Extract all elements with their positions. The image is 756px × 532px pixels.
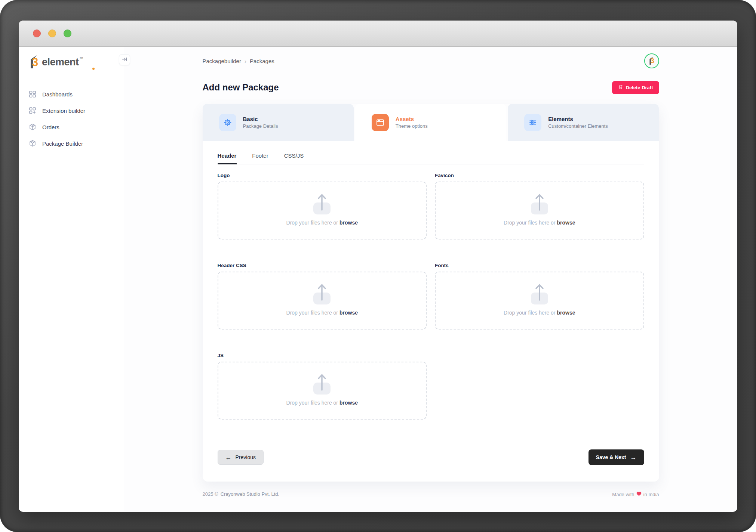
copyright-text: 2025 ©Crayonweb Studio Pvt. Ltd.	[203, 491, 280, 497]
breadcrumb: Packagebuilder › Packages	[203, 58, 274, 64]
field-label: JS	[218, 353, 427, 358]
upload-icon	[531, 284, 548, 304]
window-titlebar	[19, 21, 737, 47]
close-window-button[interactable]	[33, 30, 41, 37]
upload-field-fonts: Fonts Drop your files here or browse	[435, 263, 644, 330]
package-icon	[28, 123, 37, 131]
brand-name: element	[42, 56, 79, 68]
tab-css-js[interactable]: CSS/JS	[284, 152, 304, 164]
arrow-left-icon: ←	[225, 454, 232, 461]
brand-logo-mark-icon: 3	[28, 55, 40, 70]
browse-link[interactable]: browse	[339, 400, 358, 406]
save-next-button[interactable]: Save & Next →	[588, 449, 644, 465]
previous-button[interactable]: ← Previous	[218, 450, 264, 465]
user-avatar[interactable]: 3	[644, 53, 659, 68]
delete-draft-button[interactable]: Delete Draft	[612, 81, 659, 94]
field-label: Logo	[218, 173, 427, 178]
step-assets[interactable]: Assets Theme options	[355, 104, 506, 141]
company-link[interactable]: Crayonweb Studio Pvt. Ltd.	[221, 491, 280, 497]
grid-plus-icon	[28, 107, 37, 114]
trash-icon	[618, 84, 623, 91]
arrow-right-icon: →	[630, 454, 637, 461]
fonts-dropzone[interactable]: Drop your files here or browse	[435, 272, 644, 330]
browse-link[interactable]: browse	[557, 310, 575, 316]
upload-field-favicon: Favicon Drop your files here or browse	[435, 173, 644, 239]
upload-field-header-css: Header CSS Drop your files here or brows…	[218, 263, 427, 330]
app-root: 3 element ™ Dashboards	[19, 47, 737, 511]
sidebar-nav: Dashboards Extension builder Orders	[28, 88, 124, 150]
tab-header[interactable]: Header	[218, 152, 237, 164]
logo-dropzone[interactable]: Drop your files here or browse	[218, 182, 427, 239]
upload-field-js: JS Drop your files here or browse	[218, 353, 427, 420]
brand-logo[interactable]: 3 element ™	[28, 54, 124, 72]
made-with-text: Made with in India	[612, 491, 659, 497]
sidebar-item-orders[interactable]: Orders	[28, 121, 124, 133]
sidebar-item-extension-builder[interactable]: Extension builder	[28, 104, 124, 117]
tab-footer[interactable]: Footer	[252, 152, 268, 164]
asset-tabs: Header Footer CSS/JS	[218, 152, 644, 164]
step-elements[interactable]: Elements Custom/container Elements	[508, 104, 659, 141]
breadcrumb-packages[interactable]: Packages	[250, 58, 274, 64]
favicon-dropzone[interactable]: Drop your files here or browse	[435, 182, 644, 239]
assets-card: Header Footer CSS/JS Logo	[203, 141, 659, 482]
gear-icon	[219, 114, 236, 131]
page-footer: 2025 ©Crayonweb Studio Pvt. Ltd. Made wi…	[203, 491, 659, 497]
browse-link[interactable]: browse	[339, 310, 358, 316]
monitor-bezel: 3 element ™ Dashboards	[0, 0, 756, 532]
browse-link[interactable]: browse	[339, 220, 358, 226]
header-css-dropzone[interactable]: Drop your files here or browse	[218, 272, 427, 330]
browser-icon	[372, 114, 389, 131]
brand-orange-dot	[92, 68, 95, 70]
upload-field-logo: Logo Drop your files here or browse	[218, 173, 427, 239]
brand-trademark: ™	[80, 56, 83, 61]
sidebar-collapse-button[interactable]	[119, 54, 130, 65]
collapse-arrow-icon	[122, 56, 128, 64]
upload-grid: Logo Drop your files here or browse	[218, 173, 644, 420]
main-area: Packagebuilder › Packages 3 Add new	[124, 47, 737, 511]
grid-icon	[28, 90, 37, 98]
breadcrumb-separator-icon: ›	[245, 58, 246, 64]
upload-icon	[313, 284, 331, 304]
js-dropzone[interactable]: Drop your files here or browse	[218, 362, 427, 420]
breadcrumb-packagebuilder[interactable]: Packagebuilder	[203, 58, 241, 64]
upload-icon	[313, 194, 331, 214]
wizard-steps: Basic Package Details Assets	[203, 104, 659, 141]
upload-icon	[313, 374, 331, 395]
avatar-logo-icon: 3	[648, 56, 655, 66]
browser-window: 3 element ™ Dashboards	[19, 21, 737, 512]
sliders-icon	[524, 114, 541, 131]
field-label: Header CSS	[218, 263, 427, 268]
sidebar: 3 element ™ Dashboards	[19, 47, 124, 511]
package-icon	[28, 140, 37, 147]
sidebar-item-dashboards[interactable]: Dashboards	[28, 88, 124, 100]
field-label: Favicon	[435, 173, 644, 178]
maximize-window-button[interactable]	[64, 30, 71, 37]
upload-icon	[531, 194, 548, 214]
sidebar-item-package-builder[interactable]: Package Builder	[28, 137, 124, 150]
field-label: Fonts	[435, 263, 644, 268]
page-title: Add new Package	[203, 82, 279, 93]
heart-icon	[636, 491, 642, 497]
wizard-panel: Basic Package Details Assets	[203, 104, 659, 482]
minimize-window-button[interactable]	[48, 30, 56, 37]
step-basic[interactable]: Basic Package Details	[203, 104, 354, 141]
browse-link[interactable]: browse	[557, 220, 575, 226]
